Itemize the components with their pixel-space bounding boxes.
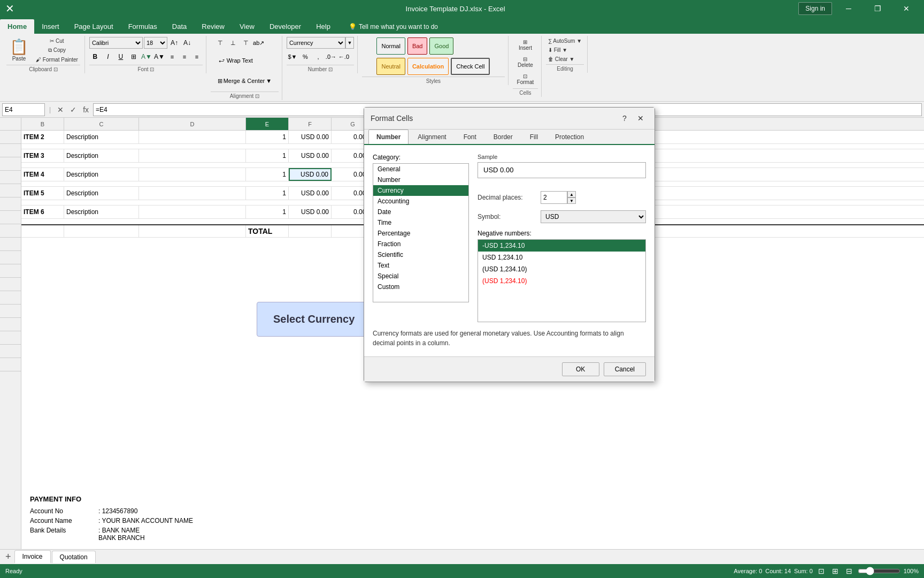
dialog-tabs: Number Alignment Font Border Fill Protec… bbox=[364, 130, 654, 145]
dialog-title-bar: Format Cells ? ✕ bbox=[364, 108, 654, 130]
format-cells-dialog: Format Cells ? ✕ Number Alignment Font B… bbox=[364, 107, 655, 382]
decimal-spinner: 2 ▲ ▼ bbox=[541, 191, 576, 204]
description-box: Currency formats are used for general mo… bbox=[373, 329, 646, 348]
dialog-tab-alignment[interactable]: Alignment bbox=[410, 130, 454, 144]
sample-section: Sample USD 0.00 bbox=[478, 154, 646, 185]
sample-value: USD 0.00 bbox=[483, 166, 513, 174]
dialog-overlay: Format Cells ? ✕ Number Alignment Font B… bbox=[0, 0, 924, 578]
category-section: Category: General Number Currency Accoun… bbox=[373, 154, 469, 322]
symbol-row: Symbol: USD bbox=[478, 210, 646, 223]
dialog-tab-font[interactable]: Font bbox=[456, 130, 484, 144]
category-special[interactable]: Special bbox=[373, 271, 468, 282]
neg-option-4[interactable]: (USD 1,234.10) bbox=[478, 275, 645, 287]
category-percentage[interactable]: Percentage bbox=[373, 228, 468, 239]
dialog-controls: ? ✕ bbox=[617, 112, 648, 125]
category-text[interactable]: Text bbox=[373, 260, 468, 271]
category-date[interactable]: Date bbox=[373, 207, 468, 217]
dialog-footer: OK Cancel bbox=[364, 356, 654, 382]
dialog-tab-number[interactable]: Number bbox=[368, 130, 409, 144]
negative-label: Negative numbers: bbox=[478, 230, 646, 237]
decimal-row: Decimal places: 2 ▲ ▼ bbox=[478, 191, 646, 204]
symbol-label: Symbol: bbox=[478, 213, 536, 220]
neg-option-2[interactable]: USD 1,234.10 bbox=[478, 252, 645, 263]
category-fraction[interactable]: Fraction bbox=[373, 239, 468, 249]
decimal-up-button[interactable]: ▲ bbox=[567, 191, 576, 197]
dialog-body: Category: General Number Currency Accoun… bbox=[364, 145, 654, 356]
decimal-spinner-btns: ▲ ▼ bbox=[567, 191, 576, 204]
category-currency[interactable]: Currency bbox=[373, 185, 468, 196]
neg-option-3[interactable]: (USD 1,234.10) bbox=[478, 263, 645, 275]
decimal-input[interactable]: 2 bbox=[541, 191, 567, 204]
dialog-close-button[interactable]: ✕ bbox=[633, 112, 648, 125]
negative-list[interactable]: -USD 1,234.10 USD 1,234.10 (USD 1,234.10… bbox=[478, 239, 646, 322]
neg-option-1[interactable]: -USD 1,234.10 bbox=[478, 240, 645, 252]
category-accounting[interactable]: Accounting bbox=[373, 196, 468, 207]
decimal-down-button[interactable]: ▼ bbox=[567, 197, 576, 204]
dialog-help-button[interactable]: ? bbox=[617, 112, 632, 125]
dialog-tab-fill[interactable]: Fill bbox=[522, 130, 546, 144]
category-label: Category: bbox=[373, 154, 469, 161]
ok-button[interactable]: OK bbox=[562, 362, 599, 376]
description-text: Currency formats are used for general mo… bbox=[373, 330, 624, 347]
symbol-select[interactable]: USD bbox=[541, 210, 646, 223]
category-number[interactable]: Number bbox=[373, 174, 468, 185]
negative-section: Negative numbers: -USD 1,234.10 USD 1,23… bbox=[478, 230, 646, 322]
decimal-label: Decimal places: bbox=[478, 194, 536, 201]
category-list[interactable]: General Number Currency Accounting Date … bbox=[373, 163, 469, 302]
cancel-button[interactable]: Cancel bbox=[604, 362, 646, 376]
category-custom[interactable]: Custom bbox=[373, 282, 468, 292]
options-section: Sample USD 0.00 Decimal places: 2 ▲ ▼ bbox=[478, 154, 646, 322]
sample-box: USD 0.00 bbox=[478, 162, 646, 178]
dialog-tab-protection[interactable]: Protection bbox=[547, 130, 592, 144]
category-time[interactable]: Time bbox=[373, 217, 468, 228]
sample-label: Sample bbox=[478, 154, 646, 160]
category-general[interactable]: General bbox=[373, 164, 468, 174]
category-scientific[interactable]: Scientific bbox=[373, 249, 468, 260]
dialog-main-content: Category: General Number Currency Accoun… bbox=[373, 154, 646, 322]
dialog-tab-border[interactable]: Border bbox=[486, 130, 521, 144]
dialog-title: Format Cells bbox=[371, 114, 413, 123]
